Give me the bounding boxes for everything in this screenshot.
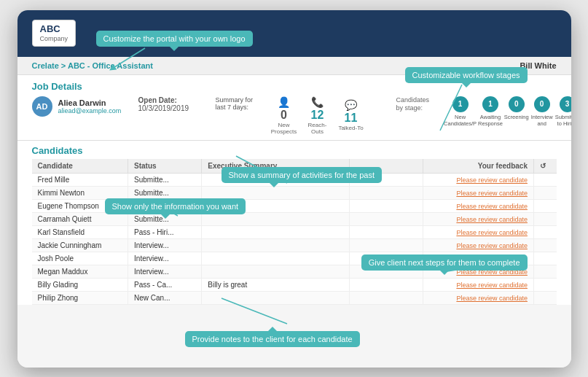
- job-details-section: Job Details AD Aliea Darwin aliead@examp…: [17, 75, 571, 141]
- cell-status: New Can...: [128, 291, 202, 304]
- cell-notes[interactable]: [349, 212, 423, 225]
- stage-submitted: 3 Submittedto Hiring: [555, 96, 571, 127]
- cell-exec-summary[interactable]: [202, 212, 350, 225]
- candidate-info: AD Aliea Darwin aliead@example.com: [32, 96, 127, 117]
- cell-feedback-link[interactable]: Please review candidate: [423, 199, 534, 212]
- cell-feedback-link[interactable]: Please review candidate: [423, 252, 534, 265]
- avatar: AD: [32, 96, 52, 117]
- cell-refresh[interactable]: [533, 238, 556, 252]
- cell-refresh[interactable]: [533, 199, 556, 212]
- stat-talked-to: 💬 11 Talked-To: [338, 99, 364, 132]
- cell-status: Submitte...: [128, 173, 202, 186]
- cell-candidate-name: Philip Zhong: [32, 291, 128, 304]
- open-date: Open Date: 10/3/2019/2019: [138, 96, 204, 112]
- portal-header: ABC Company: [17, 10, 571, 57]
- breadcrumb-bar: Crelate > ABC - Office Assistant Bill Wh…: [17, 57, 571, 75]
- job-details-title: Job Details: [32, 81, 557, 92]
- candidates-title: Candidates: [32, 145, 557, 156]
- cell-exec-summary[interactable]: [202, 291, 350, 304]
- cell-candidate-name: Fred Mille: [32, 173, 128, 186]
- phone-icon: 📞: [311, 96, 324, 108]
- table-row: Josh Poole Interview... Please review ca…: [32, 252, 557, 265]
- cell-exec-summary[interactable]: Billy is great: [202, 278, 350, 291]
- cell-candidate-name: Megan Maddux: [32, 265, 128, 278]
- stage-interview: 0 Interviewand: [530, 96, 554, 127]
- cell-exec-summary[interactable]: [202, 225, 350, 238]
- table-row: Eugene Thompson Please review candidate: [32, 199, 557, 212]
- screenshot-bg: Customize the portal with your own logo …: [17, 10, 571, 368]
- person-icon: 👤: [278, 96, 290, 108]
- col-header-feedback: Your feedback: [423, 159, 534, 174]
- candidates-section: Candidates Candidate Status Executive Su…: [17, 141, 571, 305]
- cell-candidate-name: Eugene Thompson: [32, 199, 128, 212]
- stat-new-prospects: 👤 0 NewProspects: [271, 96, 297, 136]
- cell-status: Submitte...: [128, 212, 202, 225]
- user-name: Bill White: [520, 61, 556, 70]
- cell-status: Pass - Hiri...: [128, 225, 202, 238]
- cell-feedback-link[interactable]: Please review candidate: [423, 238, 534, 252]
- cell-notes[interactable]: [349, 291, 423, 304]
- chat-icon: 💬: [345, 99, 357, 111]
- cell-refresh[interactable]: [533, 278, 556, 291]
- cell-refresh[interactable]: [533, 173, 556, 186]
- cell-refresh[interactable]: [533, 186, 556, 199]
- portal: ABC Company Crelate > ABC - Office Assis…: [17, 10, 571, 368]
- table-header-row: Candidate Status Executive Summary Your …: [32, 159, 557, 174]
- candidates-table-wrapper: Candidate Status Executive Summary Your …: [32, 159, 557, 305]
- cell-status: Interview...: [128, 252, 202, 265]
- cell-exec-summary[interactable]: [202, 265, 350, 278]
- col-header-notes: [349, 159, 423, 174]
- cell-status: [128, 199, 202, 212]
- cell-exec-summary[interactable]: [202, 173, 350, 186]
- cell-candidate-name: Billy Glading: [32, 278, 128, 291]
- cell-notes[interactable]: [349, 238, 423, 252]
- cell-notes[interactable]: [349, 252, 423, 265]
- cell-refresh[interactable]: [533, 252, 556, 265]
- cell-status: Interview...: [128, 238, 202, 252]
- cell-feedback-link[interactable]: Please review candidate: [423, 278, 534, 291]
- table-row: Billy Glading Pass - Ca... Billy is grea…: [32, 278, 557, 291]
- cell-refresh[interactable]: [533, 265, 556, 278]
- cell-notes[interactable]: [349, 278, 423, 291]
- cell-feedback-link[interactable]: Please review candidate: [423, 186, 534, 199]
- cell-exec-summary[interactable]: [202, 238, 350, 252]
- stage-screening: 0 Screening: [504, 96, 529, 120]
- cell-refresh[interactable]: [533, 212, 556, 225]
- candidate-details: Aliea Darwin aliead@example.com: [58, 98, 122, 114]
- stage-awaiting-response: 1 AwaitingResponse: [478, 96, 503, 127]
- stat-reach-outs: 📞 12 Reach-Outs: [305, 96, 331, 136]
- table-row: Kimmi Newton Submitte... Please review c…: [32, 186, 557, 199]
- logo-box: ABC Company: [32, 20, 77, 46]
- cell-feedback-link[interactable]: Please review candidate: [423, 265, 534, 278]
- cell-feedback-link[interactable]: Please review candidate: [423, 212, 534, 225]
- cell-feedback-link[interactable]: Please review candidate: [423, 173, 534, 186]
- cell-refresh[interactable]: [533, 225, 556, 238]
- cell-notes[interactable]: [349, 186, 423, 199]
- cell-notes[interactable]: [349, 225, 423, 238]
- col-header-refresh[interactable]: ↺: [533, 159, 556, 174]
- cell-notes[interactable]: [349, 199, 423, 212]
- candidates-by-stage-label: Candidatesby stage:: [396, 96, 430, 113]
- candidates-tbody: Fred Mille Submitte... Please review can…: [32, 173, 557, 304]
- breadcrumb-text: Crelate > ABC - Office Assistant: [32, 61, 153, 70]
- stats-row: 👤 0 NewProspects 📞 12 Reach-Outs 💬 11: [271, 96, 364, 136]
- col-header-status: Status: [128, 159, 202, 174]
- cell-status: Interview...: [128, 265, 202, 278]
- cell-candidate-name: Jackie Cunningham: [32, 238, 128, 252]
- cell-exec-summary[interactable]: [202, 252, 350, 265]
- table-row: Philip Zhong New Can... Please review ca…: [32, 291, 557, 304]
- stage-new-candidates: 1 NewCandidates/P: [444, 96, 477, 127]
- cell-exec-summary[interactable]: [202, 199, 350, 212]
- cell-feedback-link[interactable]: Please review candidate: [423, 225, 534, 238]
- cell-notes[interactable]: [349, 173, 423, 186]
- outer-wrapper: Customize the portal with your own logo …: [0, 0, 588, 377]
- summary-block: Summary for last 7 days:: [216, 96, 259, 111]
- cell-candidate-name: Carramah Quiett: [32, 212, 128, 225]
- cell-notes[interactable]: [349, 265, 423, 278]
- cell-feedback-link[interactable]: Please review candidate: [423, 291, 534, 304]
- cell-refresh[interactable]: [533, 291, 556, 304]
- table-row: Carramah Quiett Submitte... Please revie…: [32, 212, 557, 225]
- col-header-exec: Executive Summary: [202, 159, 350, 174]
- cell-exec-summary[interactable]: [202, 186, 350, 199]
- job-info-row: AD Aliea Darwin aliead@example.com Open …: [32, 96, 557, 136]
